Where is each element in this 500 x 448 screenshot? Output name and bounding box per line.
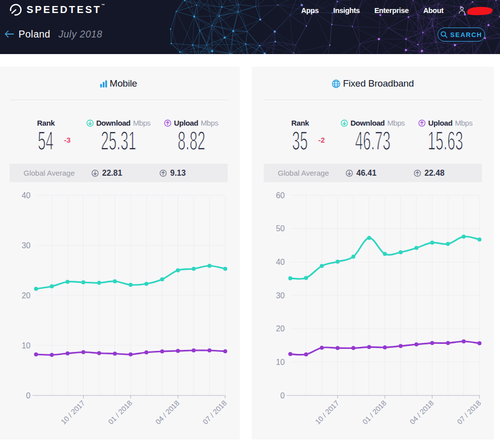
svg-text:10 / 2017: 10 / 2017	[314, 399, 341, 426]
svg-text:40: 40	[22, 191, 31, 200]
svg-text:20: 20	[22, 291, 31, 300]
svg-text:40: 40	[276, 258, 285, 266]
svg-text:07 / 2018: 07 / 2018	[455, 399, 482, 426]
svg-text:10: 10	[276, 358, 285, 366]
svg-text:50: 50	[276, 224, 285, 233]
svg-text:30: 30	[22, 241, 31, 250]
svg-text:30: 30	[276, 291, 285, 300]
svg-text:04 / 2018: 04 / 2018	[408, 399, 435, 426]
svg-text:04 / 2018: 04 / 2018	[154, 399, 181, 426]
svg-text:0: 0	[26, 391, 31, 400]
svg-text:01 / 2018: 01 / 2018	[361, 399, 388, 426]
svg-text:0: 0	[280, 391, 285, 400]
svg-text:60: 60	[276, 191, 285, 200]
svg-text:10 / 2017: 10 / 2017	[60, 399, 87, 426]
svg-text:20: 20	[276, 324, 285, 333]
svg-text:07 / 2018: 07 / 2018	[201, 399, 228, 426]
svg-text:01 / 2018: 01 / 2018	[107, 399, 134, 426]
svg-text:10: 10	[22, 341, 31, 350]
